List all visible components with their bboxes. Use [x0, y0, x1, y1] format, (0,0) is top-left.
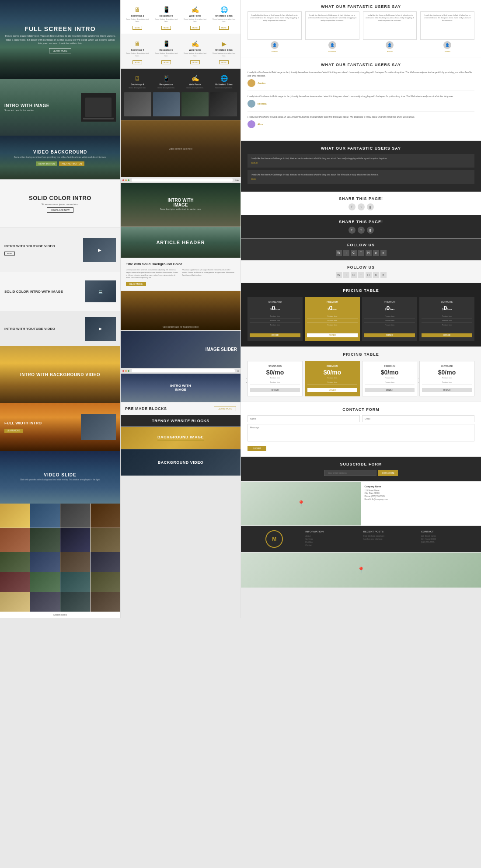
contact-submit-button[interactable]: SUBMIT	[247, 446, 266, 451]
subscribe-button[interactable]: SUBSCRIBE	[378, 470, 398, 476]
gallery-cell-6[interactable]	[30, 528, 60, 552]
twitter-share-icon[interactable]: t	[358, 203, 365, 210]
follow-instagram-icon[interactable]: C	[351, 250, 357, 256]
pricing-light-btn-1[interactable]: ORDER	[250, 388, 300, 392]
google-share-dark-icon[interactable]: g	[367, 227, 374, 234]
feature2-btn-2[interactable]: MORE	[161, 60, 171, 64]
pricing-btn-premium[interactable]: ORDER	[307, 333, 358, 337]
map-section: 📍 Company Name 123 Street NameCity, Stat…	[241, 482, 481, 525]
map-footer-placeholder[interactable]: 📍	[241, 553, 481, 588]
pricing-light-btn-4[interactable]: ORDER	[422, 388, 472, 392]
follow-light-facebook-icon[interactable]: W	[336, 272, 342, 278]
video-bg-btn1[interactable]: A LINK BUTTON	[36, 161, 57, 166]
pricing-btn-premium2[interactable]: ORDER	[364, 333, 415, 337]
follow-youtube-icon[interactable]: H	[366, 250, 372, 256]
gallery-cell2-8[interactable]	[91, 572, 120, 592]
facebook-share-icon[interactable]: f	[349, 203, 356, 210]
pricing-light-btn-3[interactable]: ORDER	[365, 388, 415, 392]
play-icon2: ▶	[99, 327, 102, 331]
pricing-light-plan-3: PREMIUM	[365, 365, 415, 368]
footer-link-3[interactable]: Portfolio	[305, 541, 359, 543]
gallery-cell2-1[interactable]	[0, 552, 30, 572]
footer-link-1[interactable]: About	[305, 535, 359, 537]
contact-message-input[interactable]	[247, 424, 474, 441]
gallery-cell3-2[interactable]	[30, 592, 60, 612]
laptop-icon-sm: 💻	[98, 290, 103, 294]
feature2-btn-4[interactable]: MORE	[219, 60, 229, 64]
gallery-cell-4[interactable]	[91, 504, 120, 528]
gallery-cell3-4[interactable]	[91, 592, 120, 612]
google-share-icon[interactable]: g	[367, 203, 374, 210]
gallery-cell2-4[interactable]	[91, 552, 120, 572]
gallery-cell2-3[interactable]	[60, 552, 90, 572]
gallery-cell-3[interactable]	[60, 504, 90, 528]
footer-link-4[interactable]: Contact	[305, 544, 359, 546]
map-visual[interactable]: 📍	[241, 482, 361, 525]
follow-light-linkedin-icon[interactable]: o	[373, 272, 379, 278]
pricing-features-ultimate: Feature item Feature item Feature item	[422, 314, 472, 327]
intro-youtube-btn[interactable]: MORE	[4, 252, 15, 256]
feature-btn-1[interactable]: MORE	[132, 26, 142, 30]
gallery-cell2-5[interactable]	[0, 572, 30, 592]
follow-facebook-icon[interactable]: W	[336, 250, 342, 256]
follow-light-instagram-icon[interactable]: C	[351, 272, 357, 278]
follow-rss-icon[interactable]: n	[380, 250, 387, 256]
pricing-light-btn-2[interactable]: ORDER	[307, 388, 357, 392]
twitter-share-dark-icon[interactable]: t	[358, 227, 365, 234]
premade-btn[interactable]: LEARN MORE	[214, 406, 236, 411]
gallery-cell-8[interactable]	[91, 528, 120, 552]
feature2-btn-3[interactable]: MORE	[190, 60, 200, 64]
gallery-cell2-7[interactable]	[60, 572, 90, 592]
testimonial-avatar-4: 👤	[443, 41, 451, 49]
follow-linkedin-icon[interactable]: o	[373, 250, 379, 256]
follow-pinterest-icon[interactable]: T	[358, 250, 364, 256]
facebook-share-dark-icon[interactable]: f	[349, 227, 356, 234]
subscribe-email-input[interactable]	[324, 470, 376, 476]
gallery-cell-5[interactable]	[0, 528, 30, 552]
full-screen-intro-btn[interactable]: LEARN MORE	[49, 48, 71, 53]
follow-light-twitter-icon[interactable]: i	[343, 272, 349, 278]
footer-link-2[interactable]: Services	[305, 538, 359, 540]
follow-light-rss-icon[interactable]: n	[380, 272, 387, 278]
gallery-cell2-6[interactable]	[30, 572, 60, 592]
pricing-btn-ultimate[interactable]: ORDER	[422, 333, 472, 337]
gallery-cell-7[interactable]	[60, 528, 90, 552]
feature2-btn-1[interactable]: MORE	[132, 60, 142, 64]
pricing-light-features-2: Feature item Feature item	[307, 376, 357, 385]
feature-btn-3[interactable]: MORE	[190, 26, 200, 30]
feature-btn-2[interactable]: MORE	[161, 26, 171, 30]
video-slide-section: VIDEO SLIDE Slide with provides video ba…	[0, 451, 120, 504]
follow-light-youtube-icon[interactable]: H	[366, 272, 372, 278]
gallery-cell3-1[interactable]	[0, 592, 30, 612]
browser-max-dot	[128, 179, 129, 181]
follow-twitter-icon[interactable]: i	[343, 250, 349, 256]
browser-url-bar[interactable]	[132, 178, 233, 182]
browser-url-bar-2[interactable]	[132, 369, 235, 372]
screenshot-4[interactable]	[210, 92, 237, 116]
follow-light-pinterest-icon[interactable]: T	[358, 272, 364, 278]
full-width-intro-btn[interactable]: LEARN MORE	[4, 429, 23, 433]
intro-with-image-title: INTRO WITH IMAGE	[4, 103, 81, 108]
video-bg-btn2[interactable]: ANOTHER BUTTON	[59, 161, 84, 166]
testimonial-author-2: Samantha	[305, 50, 359, 52]
testimonial-large-name-2: Rebecca	[258, 102, 267, 105]
contact-name-input[interactable]	[247, 415, 360, 422]
gallery-cell-2[interactable]	[30, 504, 60, 528]
browser-min-dot-2	[125, 370, 127, 372]
gallery-cell2-2[interactable]	[30, 552, 60, 572]
testimonial-text-1: I really like this theme in Gold range. …	[247, 11, 302, 40]
gallery-cell-1[interactable]	[0, 504, 30, 528]
contact-email-input[interactable]	[362, 415, 474, 422]
gallery-cell3-3[interactable]	[60, 592, 90, 612]
screenshot-3[interactable]	[181, 92, 209, 116]
solid-color-intro-btn[interactable]: DOWNLOAD NOW	[47, 207, 73, 213]
feature-btn-4[interactable]: MORE	[219, 26, 229, 30]
testimonial-dark-author-2: Diana	[251, 178, 471, 180]
read-more-button[interactable]: READ MORE	[126, 282, 146, 286]
screenshot-1[interactable]	[124, 92, 151, 116]
pricing-btn-standard[interactable]: ORDER	[250, 333, 300, 337]
testimonial-large-name-3: Alice	[258, 123, 263, 126]
testimonial-large-quote-3: I really take this theme in Gold range. …	[247, 115, 474, 119]
screenshot-2[interactable]	[153, 92, 180, 116]
background-image-title: BACKGROUND IMAGE	[157, 435, 204, 441]
